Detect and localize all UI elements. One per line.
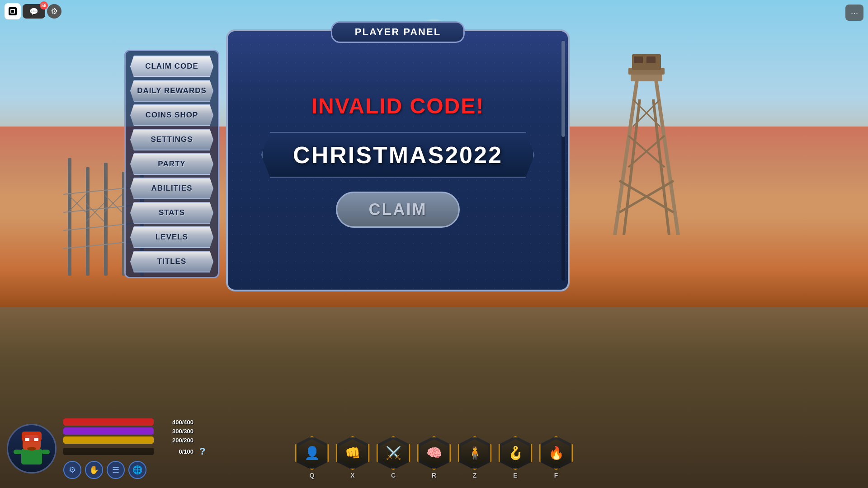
ability-slot-x: 👊 X: [336, 436, 370, 479]
hand-icon: ✋: [89, 465, 99, 475]
stats-area: 400/400 300/300 200/200 0/100 ? ⚙: [63, 418, 205, 479]
mp-bar-fill: [63, 427, 154, 435]
ability-key-f: F: [554, 472, 558, 479]
mp-value: 300/300: [157, 428, 193, 435]
sidebar-item-party[interactable]: PARTY: [130, 153, 213, 175]
invalid-code-message: INVALID CODE!: [311, 94, 484, 118]
ability-icon-e: 🪝: [508, 446, 524, 460]
ability-icon-q: 👤: [304, 446, 320, 460]
sidebar-item-coins-shop[interactable]: COINS SHOP: [130, 104, 213, 126]
ability-hex-z[interactable]: 🧍: [458, 436, 492, 470]
claim-button[interactable]: CLAIM: [336, 192, 460, 228]
player-action-icons: ⚙ ✋ ☰ 🌐: [63, 461, 205, 479]
code-value: CHRISTMAS2022: [290, 141, 506, 169]
ability-slot-f: 🔥 F: [539, 436, 573, 479]
top-bar: 💬 56 ⚙ ···: [0, 0, 868, 23]
svg-rect-41: [42, 450, 50, 454]
list-button[interactable]: ☰: [107, 461, 125, 479]
gear-icon: ⚙: [69, 465, 76, 475]
sidebar-item-settings[interactable]: SETTINGS: [130, 129, 213, 150]
panel-header: PLAYER PANEL: [331, 21, 465, 43]
sidebar-item-daily-rewards[interactable]: DAILY REWARDS: [130, 80, 213, 102]
svg-rect-32: [11, 10, 14, 13]
code-display-box: CHRISTMAS2022: [261, 132, 535, 178]
help-icon[interactable]: ?: [199, 446, 205, 457]
svg-rect-2: [104, 163, 108, 276]
sidebar-item-abilities[interactable]: ABILITIES: [130, 178, 213, 199]
stamina-value: 200/200: [157, 437, 193, 444]
ability-key-c: C: [391, 472, 396, 479]
sidebar-item-titles[interactable]: TITLES: [130, 251, 213, 272]
ability-icon-x: 👊: [345, 446, 361, 460]
extra-value: 0/100: [157, 448, 193, 455]
sidebar-item-claim-code[interactable]: CLAIM CODE: [130, 56, 213, 77]
globe-icon: 🌐: [132, 465, 142, 475]
left-menu: CLAIM CODE DAILY REWARDS COINS SHOP SETT…: [124, 50, 219, 278]
ability-slot-c: ⚔️ C: [377, 436, 410, 479]
settings-icon-top[interactable]: ⚙: [47, 4, 61, 19]
hp-bar-bg: [63, 418, 154, 426]
ability-icon-f: 🔥: [548, 446, 564, 460]
sidebar-item-stats[interactable]: STATS: [130, 202, 213, 224]
tower: [606, 54, 687, 235]
panel-body: INVALID CODE! CHRISTMAS2022 CLAIM: [226, 29, 570, 291]
player-bar: 400/400 300/300 200/200 0/100 ? ⚙: [7, 418, 205, 479]
ability-icon-r: 🧠: [426, 446, 442, 460]
notification-badge[interactable]: 💬 56: [23, 4, 45, 19]
ability-icon-z: 🧍: [467, 446, 483, 460]
chat-icon-button[interactable]: ···: [845, 5, 863, 21]
ability-slot-e: 🪝 E: [499, 436, 533, 479]
ability-hex-c[interactable]: ⚔️: [377, 436, 410, 470]
roblox-logo[interactable]: [5, 3, 21, 19]
list-icon: ☰: [112, 465, 119, 475]
ability-key-x: X: [350, 472, 354, 479]
ability-key-e: E: [513, 472, 517, 479]
ability-key-z: Z: [473, 472, 477, 479]
hand-button[interactable]: ✋: [85, 461, 103, 479]
stamina-row: 200/200: [63, 436, 205, 444]
top-left-icons: 💬 56 ⚙: [5, 3, 61, 19]
extra-row: 0/100 ?: [63, 446, 205, 457]
svg-rect-40: [14, 450, 22, 454]
main-panel: PLAYER PANEL INVALID CODE! CHRISTMAS2022…: [226, 29, 570, 291]
hp-row: 400/400: [63, 418, 205, 426]
chat-icon: ···: [851, 8, 859, 18]
stamina-bar-bg: [63, 436, 154, 444]
ability-icon-c: ⚔️: [386, 446, 401, 460]
svg-rect-38: [34, 438, 38, 441]
hp-bar-fill: [63, 418, 154, 426]
gear-button[interactable]: ⚙: [63, 461, 81, 479]
svg-rect-29: [646, 56, 656, 63]
ability-hex-x[interactable]: 👊: [336, 436, 370, 470]
extra-bar-bg: [63, 448, 154, 455]
ability-bar: 👤 Q 👊 X ⚔️ C 🧠 R 🧍 Z 🪝 E 🔥 F: [295, 436, 573, 479]
svg-rect-28: [634, 56, 643, 63]
ability-hex-e[interactable]: 🪝: [499, 436, 533, 470]
svg-rect-33: [21, 449, 42, 465]
panel-content: INVALID CODE! CHRISTMAS2022 CLAIM: [228, 31, 568, 290]
svg-rect-1: [86, 167, 90, 276]
ability-slot-r: 🧠 R: [417, 436, 451, 479]
svg-rect-37: [25, 438, 29, 441]
stamina-bar-fill: [63, 436, 154, 444]
sidebar-item-levels[interactable]: LEVELS: [130, 226, 213, 248]
globe-button[interactable]: 🌐: [128, 461, 146, 479]
svg-rect-0: [68, 158, 71, 276]
mp-bar-bg: [63, 427, 154, 435]
avatar: [7, 424, 57, 474]
hp-value: 400/400: [157, 419, 193, 426]
ability-hex-q[interactable]: 👤: [295, 436, 329, 470]
svg-point-39: [27, 447, 36, 450]
notification-count: 56: [40, 1, 48, 9]
ability-slot-z: 🧍 Z: [458, 436, 492, 479]
ability-hex-r[interactable]: 🧠: [417, 436, 451, 470]
ability-key-r: R: [432, 472, 436, 479]
ability-hex-f[interactable]: 🔥: [539, 436, 573, 470]
ability-slot-q: 👤 Q: [295, 436, 329, 479]
ability-key-q: Q: [310, 472, 315, 479]
mp-row: 300/300: [63, 427, 205, 435]
